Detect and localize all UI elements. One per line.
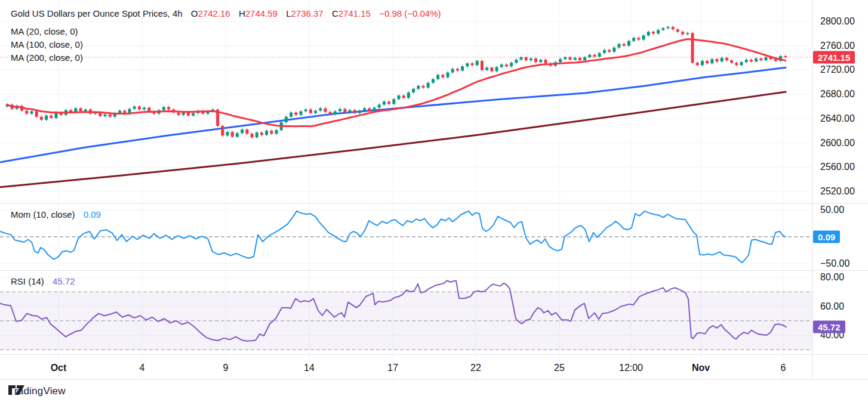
symbol-title: Gold US Dollars per Ounce Spot Prices, 4… [11, 8, 183, 18]
change-value: −0.98 (−0.04%) [379, 8, 441, 18]
ohlc-open-value: 2742.16 [198, 8, 230, 18]
tradingview-logo[interactable]: TradingView [8, 385, 66, 397]
rsi-legend-row[interactable]: RSI (14) 45.72 [11, 276, 75, 286]
rsi-label: RSI (14) [11, 276, 44, 286]
time-tick-label: Nov [692, 363, 710, 373]
tradingview-mark-icon [8, 385, 25, 395]
price-tick-label: 2720.00 [820, 64, 855, 75]
time-tick-label: 9 [223, 363, 229, 373]
momentum-value-badge: 0.09 [813, 230, 840, 243]
time-tick-label: 17 [387, 363, 398, 373]
rsi-value: 45.72 [53, 276, 75, 286]
price-tick-label: 2560.00 [820, 162, 855, 172]
ohlc-close-label: C [332, 8, 338, 18]
price-tick-label: 2800.00 [820, 16, 855, 27]
price-tick-label: 2600.00 [820, 138, 855, 149]
last-price-badge: 2741.15 [813, 51, 855, 63]
price-tick-label: 2640.00 [820, 113, 855, 124]
ma100-legend-row[interactable]: MA (100, close, 0) [11, 39, 83, 50]
rsi-tick-label: 80.00 [820, 272, 844, 283]
time-tick-label: 14 [304, 363, 315, 373]
symbol-legend-row[interactable]: Gold US Dollars per Ounce Spot Prices, 4… [11, 8, 441, 18]
ma200-label: MA (200, close, 0) [11, 52, 83, 63]
momentum-tick-label: −50.00 [820, 258, 849, 269]
ma20-legend-row[interactable]: MA (20, close, 0) [11, 26, 78, 36]
ohlc-high-label: H [239, 8, 245, 18]
momentum-tick-label: 50.00 [820, 205, 844, 215]
ma20-label: MA (20, close, 0) [11, 26, 78, 36]
rsi-value-badge: 45.72 [813, 321, 845, 333]
tradingview-chart-widget: { "legend": { "symbol_title": "Gold US D… [0, 0, 868, 405]
momentum-legend-row[interactable]: Mom (10, close) 0.09 [11, 209, 101, 219]
price-tick-label: 2760.00 [820, 41, 855, 51]
time-tick-label: 22 [470, 363, 481, 373]
ohlc-high-value: 2744.59 [245, 8, 278, 18]
time-tick-label: 12:00 [619, 363, 643, 373]
ohlc-open-label: O [191, 8, 198, 18]
chart-plot-area[interactable] [0, 0, 868, 405]
time-tick-label: 6 [781, 363, 786, 373]
time-tick-label: Oct [51, 363, 67, 373]
momentum-value: 0.09 [84, 209, 101, 219]
price-tick-label: 2680.00 [820, 89, 855, 100]
ohlc-low-value: 2736.37 [291, 8, 323, 18]
time-tick-label: 25 [554, 363, 565, 373]
time-tick-label: 4 [140, 363, 145, 373]
ma100-label: MA (100, close, 0) [11, 39, 83, 50]
ohlc-close-value: 2741.15 [338, 8, 371, 18]
ma200-legend-row[interactable]: MA (200, close, 0) [11, 52, 83, 63]
price-tick-label: 2520.00 [820, 186, 855, 197]
momentum-label: Mom (10, close) [11, 209, 75, 219]
rsi-tick-label: 60.00 [820, 301, 844, 312]
